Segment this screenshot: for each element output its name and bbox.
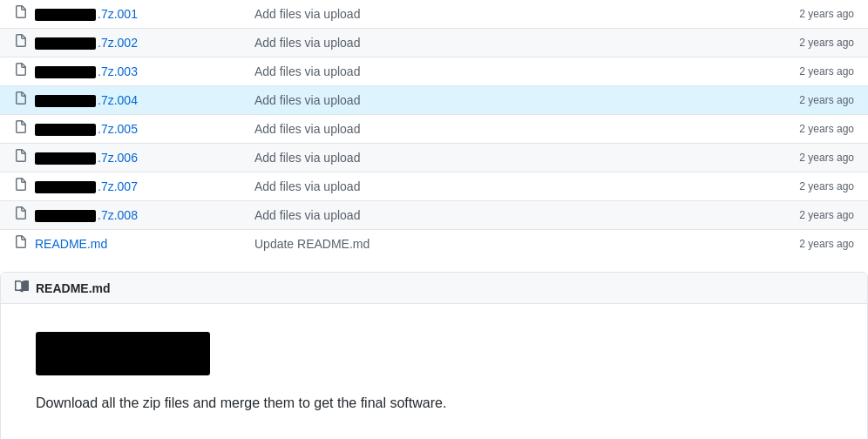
file-name-cell: .7z.006 xyxy=(14,149,241,166)
file-row: .7z.002 Add files via upload 2 years ago xyxy=(0,29,868,57)
file-name-cell: README.md xyxy=(14,235,241,253)
redacted-name xyxy=(35,181,96,193)
redacted-name xyxy=(35,37,96,50)
file-link[interactable]: .7z.005 xyxy=(35,122,138,136)
file-row: .7z.005 Add files via upload 2 years ago xyxy=(0,115,868,144)
file-icon xyxy=(14,34,28,51)
file-time: 2 years ago xyxy=(767,65,854,78)
file-icon xyxy=(14,178,28,195)
file-name-cell: .7z.005 xyxy=(14,120,241,138)
commit-message: Add files via upload xyxy=(241,208,767,222)
file-row: .7z.001 Add files via upload 2 years ago xyxy=(0,0,868,29)
redacted-name xyxy=(35,9,96,21)
file-name-cell: .7z.007 xyxy=(14,178,241,195)
readme-header: README.md xyxy=(1,273,867,304)
file-icon xyxy=(14,120,28,138)
redacted-name xyxy=(35,210,96,222)
file-icon xyxy=(14,5,28,23)
redacted-name xyxy=(35,152,96,165)
file-link[interactable]: .7z.001 xyxy=(35,7,138,21)
file-link[interactable]: .7z.006 xyxy=(35,151,138,165)
file-icon xyxy=(14,63,28,80)
file-time: 2 years ago xyxy=(767,152,854,164)
file-time: 2 years ago xyxy=(767,209,854,221)
commit-message: Add files via upload xyxy=(241,122,767,136)
readme-title: README.md xyxy=(36,281,111,295)
redacted-name xyxy=(35,66,96,78)
file-row: .7z.004 Add files via upload 2 years ago xyxy=(0,86,868,115)
file-link[interactable]: .7z.008 xyxy=(35,208,138,222)
readme-file-icon xyxy=(14,235,28,253)
file-icon xyxy=(14,91,28,109)
readme-body: Download all the zip files and merge the… xyxy=(1,304,867,439)
file-row: .7z.007 Add files via upload 2 years ago xyxy=(0,172,868,201)
readme-file-link[interactable]: README.md xyxy=(35,237,107,251)
file-table: .7z.001 Add files via upload 2 years ago… xyxy=(0,0,868,258)
file-name-cell: .7z.003 xyxy=(14,63,241,80)
readme-description: Download all the zip files and merge the… xyxy=(36,393,832,414)
file-row: .7z.003 Add files via upload 2 years ago xyxy=(0,57,868,86)
commit-message: Add files via upload xyxy=(241,151,767,165)
file-time: 2 years ago xyxy=(767,238,854,250)
redacted-name xyxy=(35,95,96,107)
commit-message: Add files via upload xyxy=(241,36,767,50)
file-name-cell: .7z.002 xyxy=(14,34,241,51)
file-name-cell: .7z.004 xyxy=(14,91,241,109)
commit-message: Add files via upload xyxy=(241,93,767,107)
file-link[interactable]: .7z.002 xyxy=(35,36,138,50)
file-time: 2 years ago xyxy=(767,123,854,135)
file-name-cell: .7z.008 xyxy=(14,206,241,224)
commit-message: Add files via upload xyxy=(241,179,767,193)
file-icon xyxy=(14,206,28,224)
file-list-container: .7z.001 Add files via upload 2 years ago… xyxy=(0,0,868,439)
file-name-cell: .7z.001 xyxy=(14,5,241,23)
file-row: .7z.006 Add files via upload 2 years ago xyxy=(0,144,868,172)
file-row-readme: README.md Update README.md 2 years ago xyxy=(0,230,868,258)
file-time: 2 years ago xyxy=(767,37,854,49)
file-time: 2 years ago xyxy=(767,180,854,192)
file-time: 2 years ago xyxy=(767,94,854,106)
file-row: .7z.008 Add files via upload 2 years ago xyxy=(0,201,868,230)
file-time: 2 years ago xyxy=(767,8,854,20)
commit-message: Update README.md xyxy=(241,237,767,251)
readme-section: README.md Download all the zip files and… xyxy=(0,272,868,439)
file-link[interactable]: .7z.003 xyxy=(35,64,138,78)
readme-logo-image xyxy=(36,332,210,375)
commit-message: Add files via upload xyxy=(241,64,767,78)
file-link[interactable]: .7z.004 xyxy=(35,93,138,107)
redacted-name xyxy=(35,124,96,136)
commit-message: Add files via upload xyxy=(241,7,767,21)
file-link[interactable]: .7z.007 xyxy=(35,179,138,193)
file-icon xyxy=(14,149,28,166)
readme-header-icon xyxy=(15,280,29,296)
